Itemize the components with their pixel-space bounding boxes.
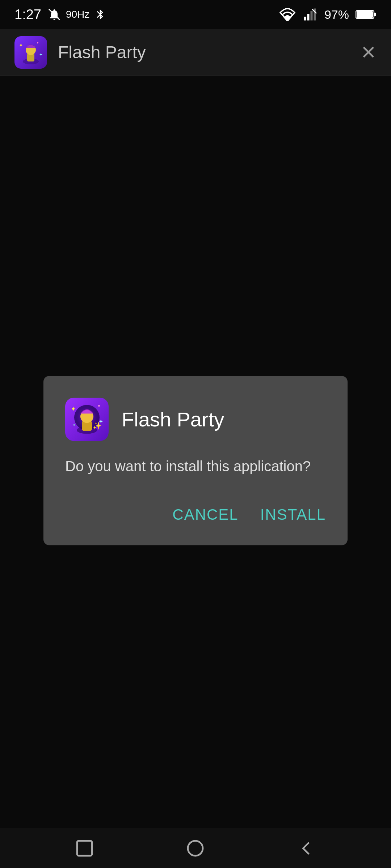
svg-point-29	[188, 841, 203, 855]
status-left: 1:27 90Hz	[14, 7, 106, 22]
hz-indicator: 90Hz	[66, 9, 89, 20]
dialog-buttons: CANCEL INSTALL	[65, 502, 326, 527]
nav-bar	[0, 828, 391, 868]
svg-rect-9	[357, 11, 373, 18]
svg-text:✦: ✦	[97, 403, 101, 409]
install-button[interactable]: INSTALL	[260, 502, 326, 527]
svg-rect-3	[307, 14, 309, 21]
svg-rect-8	[374, 13, 376, 16]
circle-nav-icon	[185, 838, 205, 858]
svg-text:✦: ✦	[72, 423, 76, 427]
install-dialog: ✦ ✦ ✦ ✦ ✨ Flash Party Do you want to ins…	[43, 376, 348, 545]
svg-text:✦: ✦	[36, 41, 39, 45]
dialog-app-icon: ✦ ✦ ✦ ✦ ✨	[65, 397, 109, 441]
svg-text:✦: ✦	[19, 42, 23, 48]
square-nav-icon	[75, 838, 94, 858]
cancel-button[interactable]: CANCEL	[172, 502, 238, 527]
app-bar-icon: ✦ ✦ ✦	[14, 36, 47, 69]
dialog-header: ✦ ✦ ✦ ✦ ✨ Flash Party	[65, 397, 326, 441]
battery-percent: 97%	[324, 8, 349, 22]
alarm-icon	[48, 8, 61, 21]
triangle-nav-icon	[297, 838, 316, 858]
battery-icon	[356, 9, 377, 20]
signal-icon	[302, 8, 318, 21]
nav-recents-button[interactable]	[75, 838, 94, 858]
app-bar-left: ✦ ✦ ✦ Flash Party	[14, 36, 146, 69]
svg-text:✦: ✦	[39, 52, 43, 57]
nav-home-button[interactable]	[185, 838, 205, 858]
svg-text:✦: ✦	[71, 405, 76, 413]
status-bar: 1:27 90Hz 97	[0, 0, 391, 29]
close-button[interactable]: ✕	[361, 43, 377, 62]
dialog-app-name: Flash Party	[122, 408, 224, 431]
svg-rect-28	[77, 841, 92, 855]
nav-back-button[interactable]	[297, 838, 316, 858]
status-time: 1:27	[14, 7, 41, 22]
app-bar-title: Flash Party	[58, 42, 146, 62]
wifi-icon	[279, 8, 295, 21]
svg-rect-4	[310, 11, 312, 21]
app-bar: ✦ ✦ ✦ Flash Party ✕	[0, 29, 391, 76]
close-icon: ✕	[361, 42, 377, 63]
svg-text:✨: ✨	[93, 421, 102, 430]
dialog-message: Do you want to install this application?	[65, 455, 326, 477]
bluetooth-icon	[94, 9, 106, 20]
status-right: 97%	[279, 8, 377, 22]
status-icons-left: 90Hz	[48, 8, 106, 21]
main-content: ✦ ✦ ✦ ✦ ✨ Flash Party Do you want to ins…	[0, 76, 391, 828]
svg-rect-2	[304, 17, 306, 21]
